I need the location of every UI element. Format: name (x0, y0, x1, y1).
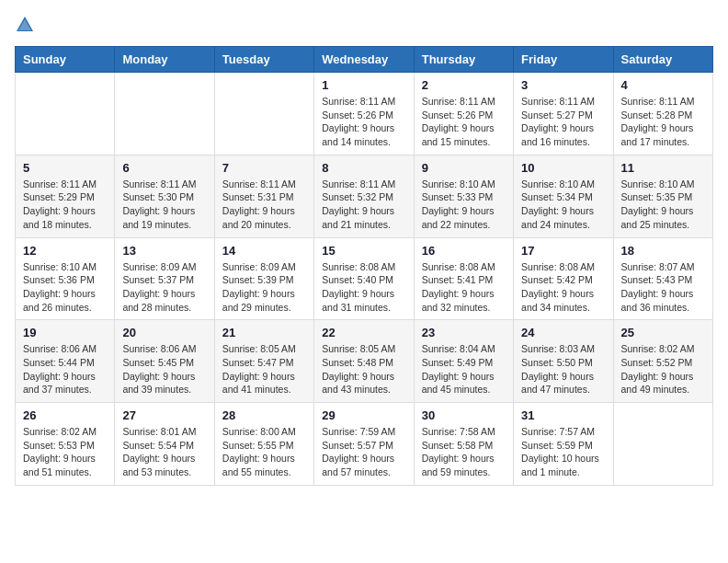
day-info: Sunrise: 8:09 AM Sunset: 5:39 PM Dayligh… (222, 260, 306, 315)
weekday-header: Saturday (613, 47, 712, 73)
calendar-cell: 28Sunrise: 8:00 AM Sunset: 5:55 PM Dayli… (214, 403, 313, 486)
calendar-cell: 15Sunrise: 8:08 AM Sunset: 5:40 PM Dayli… (314, 237, 414, 320)
calendar-cell (214, 73, 313, 155)
day-number: 2 (422, 78, 506, 92)
day-info: Sunrise: 8:11 AM Sunset: 5:26 PM Dayligh… (322, 95, 405, 149)
calendar-cell: 6Sunrise: 8:11 AM Sunset: 5:30 PM Daylig… (115, 155, 214, 237)
calendar-cell (16, 73, 115, 155)
day-number: 5 (23, 161, 107, 175)
day-number: 3 (521, 78, 605, 92)
day-number: 1 (322, 78, 405, 92)
calendar-cell: 25Sunrise: 8:02 AM Sunset: 5:52 PM Dayli… (613, 320, 712, 403)
day-number: 6 (122, 161, 206, 175)
day-info: Sunrise: 8:10 AM Sunset: 5:33 PM Dayligh… (422, 178, 506, 232)
calendar-week-row: 26Sunrise: 8:02 AM Sunset: 5:53 PM Dayli… (16, 403, 713, 486)
day-number: 17 (521, 244, 605, 258)
day-number: 19 (23, 326, 107, 339)
day-number: 16 (422, 244, 506, 258)
calendar-cell: 17Sunrise: 8:08 AM Sunset: 5:42 PM Dayli… (514, 237, 613, 320)
day-number: 8 (322, 161, 405, 175)
day-info: Sunrise: 8:11 AM Sunset: 5:26 PM Dayligh… (422, 95, 506, 149)
day-info: Sunrise: 8:05 AM Sunset: 5:48 PM Dayligh… (322, 342, 405, 396)
day-info: Sunrise: 8:11 AM Sunset: 5:32 PM Dayligh… (322, 178, 405, 232)
calendar-cell: 5Sunrise: 8:11 AM Sunset: 5:29 PM Daylig… (16, 155, 115, 237)
day-info: Sunrise: 8:05 AM Sunset: 5:47 PM Dayligh… (222, 342, 306, 396)
day-info: Sunrise: 8:08 AM Sunset: 5:40 PM Dayligh… (322, 260, 405, 315)
day-info: Sunrise: 8:06 AM Sunset: 5:45 PM Dayligh… (122, 342, 206, 396)
day-number: 9 (422, 161, 506, 175)
calendar-cell (613, 403, 712, 486)
day-info: Sunrise: 8:08 AM Sunset: 5:41 PM Dayligh… (422, 260, 506, 315)
day-number: 27 (122, 408, 206, 422)
day-info: Sunrise: 8:07 AM Sunset: 5:43 PM Dayligh… (621, 260, 705, 315)
day-info: Sunrise: 8:03 AM Sunset: 5:50 PM Dayligh… (521, 342, 605, 396)
day-info: Sunrise: 8:10 AM Sunset: 5:34 PM Dayligh… (521, 178, 605, 232)
calendar-week-row: 5Sunrise: 8:11 AM Sunset: 5:29 PM Daylig… (16, 155, 713, 237)
day-number: 7 (222, 161, 306, 175)
day-info: Sunrise: 8:11 AM Sunset: 5:30 PM Dayligh… (122, 178, 206, 232)
day-number: 25 (621, 326, 705, 339)
calendar-cell (115, 73, 214, 155)
day-number: 20 (122, 326, 206, 339)
calendar-week-row: 19Sunrise: 8:06 AM Sunset: 5:44 PM Dayli… (16, 320, 713, 403)
calendar-week-row: 1Sunrise: 8:11 AM Sunset: 5:26 PM Daylig… (16, 73, 713, 155)
day-info: Sunrise: 8:04 AM Sunset: 5:49 PM Dayligh… (422, 342, 506, 396)
calendar-cell: 4Sunrise: 8:11 AM Sunset: 5:28 PM Daylig… (613, 73, 712, 155)
day-info: Sunrise: 8:11 AM Sunset: 5:27 PM Dayligh… (521, 95, 605, 149)
calendar-cell: 2Sunrise: 8:11 AM Sunset: 5:26 PM Daylig… (414, 73, 513, 155)
calendar-cell: 10Sunrise: 8:10 AM Sunset: 5:34 PM Dayli… (514, 155, 613, 237)
day-info: Sunrise: 8:08 AM Sunset: 5:42 PM Dayligh… (521, 260, 605, 315)
day-number: 26 (23, 408, 107, 422)
calendar-cell: 8Sunrise: 8:11 AM Sunset: 5:32 PM Daylig… (314, 155, 414, 237)
calendar-header-row: SundayMondayTuesdayWednesdayThursdayFrid… (16, 47, 713, 73)
day-info: Sunrise: 8:00 AM Sunset: 5:55 PM Dayligh… (222, 425, 306, 479)
calendar-cell: 12Sunrise: 8:10 AM Sunset: 5:36 PM Dayli… (16, 237, 115, 320)
calendar-cell: 31Sunrise: 7:57 AM Sunset: 5:59 PM Dayli… (514, 403, 613, 486)
calendar-cell: 24Sunrise: 8:03 AM Sunset: 5:50 PM Dayli… (514, 320, 613, 403)
calendar-cell: 27Sunrise: 8:01 AM Sunset: 5:54 PM Dayli… (115, 403, 214, 486)
day-number: 29 (322, 408, 405, 422)
day-info: Sunrise: 8:11 AM Sunset: 5:31 PM Dayligh… (222, 178, 306, 232)
day-number: 15 (322, 244, 405, 258)
calendar-cell: 23Sunrise: 8:04 AM Sunset: 5:49 PM Dayli… (414, 320, 513, 403)
day-number: 11 (621, 161, 705, 175)
weekday-header: Sunday (16, 47, 115, 73)
calendar-cell: 9Sunrise: 8:10 AM Sunset: 5:33 PM Daylig… (414, 155, 513, 237)
day-info: Sunrise: 8:02 AM Sunset: 5:53 PM Dayligh… (23, 425, 107, 479)
calendar-cell: 1Sunrise: 8:11 AM Sunset: 5:26 PM Daylig… (314, 73, 414, 155)
day-info: Sunrise: 8:02 AM Sunset: 5:52 PM Dayligh… (621, 342, 705, 396)
calendar-cell: 18Sunrise: 8:07 AM Sunset: 5:43 PM Dayli… (613, 237, 712, 320)
calendar-cell: 13Sunrise: 8:09 AM Sunset: 5:37 PM Dayli… (115, 237, 214, 320)
calendar-cell: 16Sunrise: 8:08 AM Sunset: 5:41 PM Dayli… (414, 237, 513, 320)
day-info: Sunrise: 8:11 AM Sunset: 5:28 PM Dayligh… (621, 95, 705, 149)
weekday-header: Thursday (414, 47, 513, 73)
weekday-header: Monday (115, 47, 214, 73)
day-info: Sunrise: 8:01 AM Sunset: 5:54 PM Dayligh… (122, 425, 206, 479)
day-number: 10 (521, 161, 605, 175)
logo-icon (15, 15, 35, 35)
day-number: 24 (521, 326, 605, 339)
day-number: 12 (23, 244, 107, 258)
weekday-header: Wednesday (314, 47, 414, 73)
calendar-cell: 3Sunrise: 8:11 AM Sunset: 5:27 PM Daylig… (514, 73, 613, 155)
day-number: 22 (322, 326, 405, 339)
day-info: Sunrise: 7:57 AM Sunset: 5:59 PM Dayligh… (521, 425, 605, 479)
calendar-cell: 20Sunrise: 8:06 AM Sunset: 5:45 PM Dayli… (115, 320, 214, 403)
day-number: 21 (222, 326, 306, 339)
calendar-cell: 30Sunrise: 7:58 AM Sunset: 5:58 PM Dayli… (414, 403, 513, 486)
day-number: 14 (222, 244, 306, 258)
calendar-week-row: 12Sunrise: 8:10 AM Sunset: 5:36 PM Dayli… (16, 237, 713, 320)
weekday-header: Tuesday (214, 47, 313, 73)
day-info: Sunrise: 7:59 AM Sunset: 5:57 PM Dayligh… (322, 425, 405, 479)
day-info: Sunrise: 8:11 AM Sunset: 5:29 PM Dayligh… (23, 178, 107, 232)
day-info: Sunrise: 8:06 AM Sunset: 5:44 PM Dayligh… (23, 342, 107, 396)
day-number: 4 (621, 78, 705, 92)
calendar-cell: 26Sunrise: 8:02 AM Sunset: 5:53 PM Dayli… (16, 403, 115, 486)
calendar-cell: 7Sunrise: 8:11 AM Sunset: 5:31 PM Daylig… (214, 155, 313, 237)
day-info: Sunrise: 7:58 AM Sunset: 5:58 PM Dayligh… (422, 425, 506, 479)
day-info: Sunrise: 8:10 AM Sunset: 5:35 PM Dayligh… (621, 178, 705, 232)
calendar-cell: 22Sunrise: 8:05 AM Sunset: 5:48 PM Dayli… (314, 320, 414, 403)
day-info: Sunrise: 8:10 AM Sunset: 5:36 PM Dayligh… (23, 260, 107, 315)
day-number: 28 (222, 408, 306, 422)
day-number: 13 (122, 244, 206, 258)
